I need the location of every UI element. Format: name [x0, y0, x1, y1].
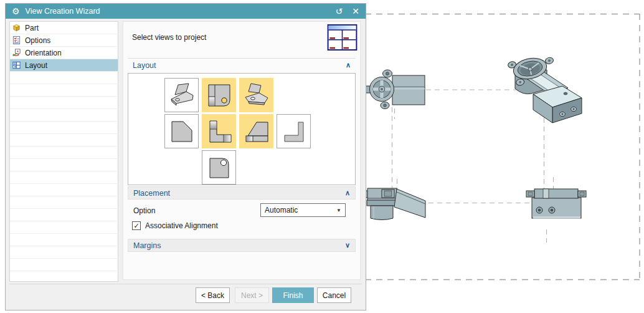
placement-option-dropdown[interactable]: Automatic ▼ — [260, 203, 346, 217]
sidebar-item-part[interactable]: Part — [10, 22, 118, 34]
layout-section-header[interactable]: Layout ∧ — [128, 58, 356, 72]
plan-view-icon — [205, 153, 234, 182]
angled-view-icon — [242, 117, 271, 146]
part-cube-icon — [12, 23, 21, 32]
gear-icon: ⚙ — [12, 7, 20, 16]
layout-thumb-iso-view-a[interactable] — [164, 78, 199, 112]
chevron-down-icon[interactable]: ∨ — [345, 241, 350, 249]
sidebar-item-orientation[interactable]: Orientation — [10, 47, 118, 59]
dialog-title: View Creation Wizard — [26, 7, 100, 16]
layout-section-title: Layout — [133, 61, 156, 70]
sheet-border — [365, 14, 640, 280]
margins-section-header[interactable]: Margins ∨ — [128, 239, 356, 252]
top-view-icon — [205, 81, 234, 110]
close-icon[interactable]: ✕ — [352, 7, 359, 16]
layout-grid-icon — [12, 60, 21, 70]
finish-button[interactable]: Finish — [272, 287, 314, 303]
iso-view-b-icon — [242, 81, 271, 110]
placement-section-title: Placement — [133, 189, 170, 198]
sidebar-item-label: Orientation — [25, 49, 62, 57]
wizard-steps-list: Part Options — [9, 21, 118, 282]
sidebar-item-label: Options — [25, 36, 50, 45]
placement-section-header[interactable]: Placement ∧ — [128, 186, 356, 200]
drawing-view-left-side[interactable] — [365, 70, 425, 109]
dropdown-value: Automatic — [265, 206, 298, 214]
prompt-text: Select views to project — [132, 33, 206, 42]
checkmark-icon: ✓ — [133, 222, 139, 230]
orientation-csys-icon — [12, 48, 21, 57]
dialog-titlebar[interactable]: ⚙ View Creation Wizard ↺ ✕ — [6, 4, 366, 19]
back-button[interactable]: < Back — [196, 287, 230, 303]
view-creation-wizard-dialog: ⚙ View Creation Wizard ↺ ✕ Part — [5, 3, 366, 311]
layout-thumb-plan-view[interactable] — [202, 150, 236, 185]
options-checklist-icon — [12, 36, 21, 45]
application-window: ⚙ View Creation Wizard ↺ ✕ Part — [0, 0, 644, 313]
view-alignment-lines — [392, 90, 554, 243]
drawing-view-end[interactable] — [526, 189, 586, 219]
side-profile-view-icon — [168, 117, 196, 146]
sidebar-item-layout[interactable]: Layout — [10, 59, 118, 72]
associative-alignment-row: ✓ Associative Alignment — [132, 221, 218, 230]
footer-divider — [9, 284, 362, 284]
associative-alignment-label: Associative Alignment — [145, 221, 218, 230]
margins-section-title: Margins — [133, 241, 161, 250]
reset-icon[interactable]: ↺ — [336, 7, 343, 16]
layout-thumb-iso-view-b[interactable] — [239, 78, 273, 112]
sheet-layout-preview-icon — [327, 24, 358, 51]
layout-thumb-front-l-view[interactable] — [202, 114, 236, 148]
next-button[interactable]: Next > — [235, 287, 269, 303]
layout-thumb-top-view[interactable] — [202, 78, 236, 112]
sidebar-item-label: Layout — [25, 61, 47, 70]
iso-view-a-icon — [168, 81, 196, 110]
layout-views-grid — [128, 73, 356, 185]
chevron-up-icon[interactable]: ∧ — [345, 189, 350, 197]
cancel-button[interactable]: Cancel — [317, 287, 351, 303]
sidebar-item-options[interactable]: Options — [10, 34, 118, 47]
drawing-view-isometric[interactable] — [508, 53, 582, 123]
drawing-view-bottom-side[interactable] — [364, 188, 425, 220]
associative-alignment-checkbox[interactable]: ✓ — [132, 221, 141, 230]
layout-thumb-l-rotated-view[interactable] — [277, 114, 311, 148]
front-l-view-icon — [205, 117, 234, 146]
layout-thumb-angled-view[interactable] — [239, 114, 273, 148]
chevron-down-icon: ▼ — [336, 208, 341, 213]
chevron-up-icon[interactable]: ∧ — [346, 61, 351, 69]
l-rotated-view-icon — [280, 117, 308, 146]
sidebar-item-label: Part — [25, 24, 39, 32]
wizard-content-panel: Select views to project Layout ∧ — [123, 21, 361, 280]
layout-thumb-side-profile[interactable] — [164, 114, 199, 148]
option-label: Option — [133, 206, 155, 215]
